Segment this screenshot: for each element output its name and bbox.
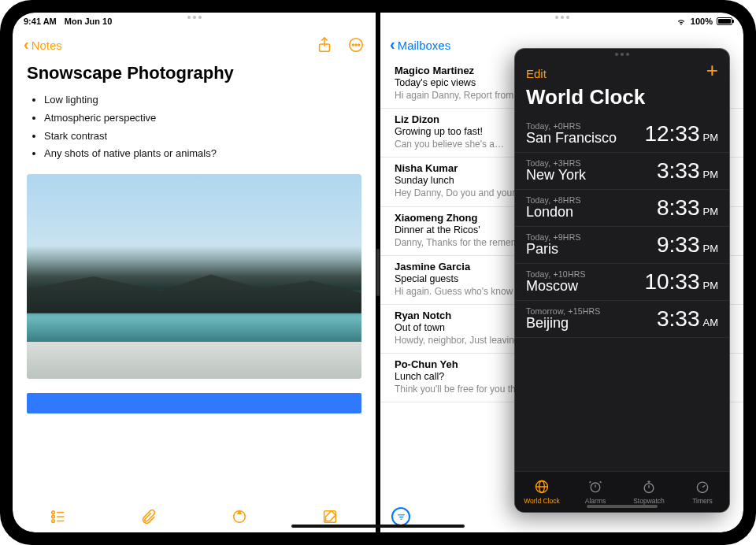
alarm-icon [587, 479, 603, 495]
note-title[interactable]: Snowscape Photography [27, 63, 361, 83]
attachment-icon[interactable] [140, 508, 158, 525]
world-clock-row[interactable]: Today, +10HRS Moscow 10:33PM [515, 264, 729, 301]
tab-label: World Clock [524, 497, 560, 505]
clock-city: New York [526, 167, 586, 184]
clock-time: 12:33 [644, 121, 699, 146]
world-clock-row[interactable]: Today, +9HRS Paris 9:33PM [515, 227, 729, 264]
filter-icon[interactable] [391, 507, 410, 526]
clock-ampm: AM [703, 317, 719, 328]
timer-icon [695, 479, 710, 495]
clock-city: Beijing [526, 315, 601, 332]
clock-time: 9:33 [657, 232, 700, 258]
svg-point-19 [591, 483, 600, 492]
chevron-left-icon: ‹ [24, 36, 29, 52]
note-image[interactable] [27, 174, 361, 379]
multitask-dots-right[interactable] [555, 16, 569, 19]
chevron-left-icon: ‹ [390, 35, 395, 54]
stopwatch-icon [641, 479, 657, 495]
clock-time: 3:33 [657, 306, 700, 332]
slideover-home-indicator[interactable] [587, 505, 658, 508]
world-clock-row[interactable]: Today, +0HRS San Francisco 12:33PM [515, 116, 729, 153]
clock-time: 3:33 [657, 158, 700, 184]
svg-point-9 [51, 520, 54, 523]
battery-pct: 100% [691, 17, 713, 26]
clock-ampm: PM [703, 169, 719, 180]
multitask-dots-slideover[interactable] [615, 53, 629, 56]
svg-line-28 [702, 485, 705, 488]
clock-city: San Francisco [526, 130, 617, 146]
notes-back-button[interactable]: ‹ Notes [24, 38, 62, 52]
svg-point-7 [51, 515, 54, 518]
mail-back-button[interactable]: ‹ Mailboxes [390, 37, 450, 54]
clock-city: London [526, 204, 581, 221]
notes-toolbar [13, 501, 376, 532]
tab-world-clock[interactable]: World Clock [515, 472, 569, 512]
note-bullet-list[interactable]: Low lighting Atmospheric perspective Sta… [27, 91, 361, 163]
world-clock-row[interactable]: Today, +8HRS London 8:33PM [515, 190, 729, 227]
mail-back-label: Mailboxes [398, 39, 451, 52]
clock-title: World Clock [515, 83, 729, 116]
share-icon[interactable] [316, 36, 333, 54]
wifi-icon [676, 17, 687, 25]
clock-add-button[interactable]: + [706, 60, 718, 80]
note-bullet[interactable]: Any shots of native plants or animals? [44, 145, 361, 163]
note-image-partial [27, 393, 361, 413]
tab-label: Stopwatch [633, 497, 665, 505]
clock-time: 8:33 [657, 195, 700, 221]
clock-city: Paris [526, 241, 581, 258]
world-clock-list[interactable]: Today, +0HRS San Francisco 12:33PM Today… [515, 116, 729, 471]
clock-ampm: PM [703, 132, 719, 143]
note-bullet[interactable]: Low lighting [44, 91, 361, 109]
svg-point-4 [358, 44, 360, 46]
svg-point-2 [352, 44, 354, 46]
tab-label: Alarms [585, 497, 606, 505]
globe-icon [534, 479, 550, 495]
home-indicator[interactable] [291, 525, 465, 528]
clock-city: Moscow [526, 278, 586, 295]
compose-icon[interactable] [321, 508, 339, 525]
world-clock-row[interactable]: Today, +3HRS New York 3:33PM [515, 153, 729, 190]
svg-point-5 [51, 511, 54, 514]
notes-topbar: ‹ Notes [13, 30, 376, 60]
checklist-icon[interactable] [50, 508, 67, 525]
svg-point-3 [355, 44, 357, 46]
clock-edit-button[interactable]: Edit [526, 67, 547, 80]
battery-icon [717, 17, 732, 25]
tab-timers[interactable]: Timers [676, 472, 729, 512]
svg-line-21 [590, 481, 591, 483]
notes-pane: 9:41 AM Mon Jun 10 ‹ Notes [13, 13, 376, 532]
status-time: 9:41 AM [24, 17, 57, 26]
svg-point-27 [697, 482, 707, 492]
status-date: Mon Jun 10 [65, 17, 113, 26]
multitask-dots-left[interactable] [187, 16, 202, 19]
slideover-clock[interactable]: Edit + World Clock Today, +0HRS San Fran… [515, 49, 729, 512]
notes-back-label: Notes [32, 39, 62, 52]
more-icon[interactable] [347, 36, 365, 54]
tab-label: Timers [692, 497, 713, 505]
world-clock-row[interactable]: Tomorrow, +15HRS Beijing 3:33AM [515, 301, 729, 338]
clock-ampm: PM [703, 280, 719, 291]
clock-ampm: PM [703, 206, 719, 217]
note-bullet[interactable]: Atmospheric perspective [44, 109, 361, 128]
clock-ampm: PM [703, 243, 719, 254]
note-bullet[interactable]: Stark contrast [44, 128, 361, 146]
markup-icon[interactable] [231, 508, 248, 525]
clock-time: 10:33 [644, 269, 699, 295]
svg-line-22 [600, 481, 602, 483]
